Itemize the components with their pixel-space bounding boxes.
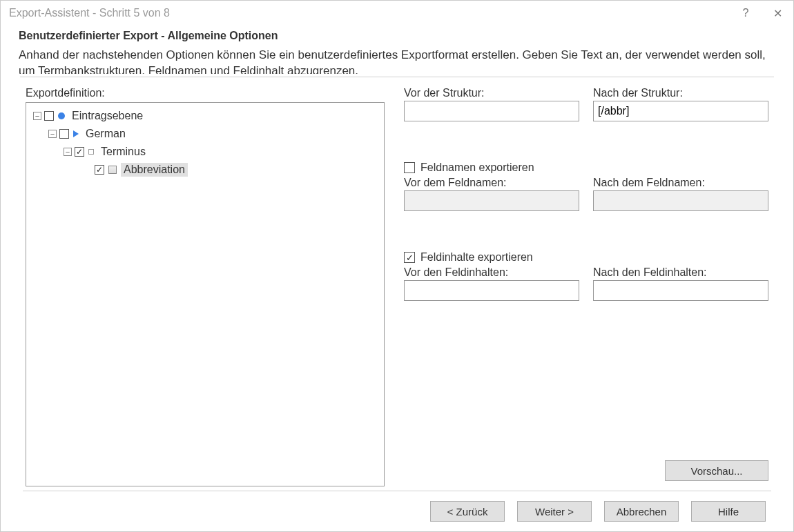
expander-icon[interactable]: − [33,112,41,120]
triangle-icon [73,130,79,137]
before-fieldname-input [404,190,579,211]
export-fieldnames-label: Feldnamen exportieren [420,161,534,174]
after-structure-input[interactable] [593,101,768,121]
tree-node-label: Abbreviation [121,163,188,177]
after-fieldname-label: Nach dem Feldnamen: [593,177,768,189]
before-fieldname-label: Vor dem Feldnamen: [404,177,579,189]
divider [20,77,774,77]
checkbox[interactable] [404,252,415,263]
preview-button[interactable]: Vorschau... [665,460,768,481]
tree-node-entry-level[interactable]: − Eintragsebene [29,107,381,125]
export-fieldnames-checkbox-row[interactable]: Feldnamen exportieren [404,161,768,174]
preview-row: Vorschau... [404,460,768,486]
after-structure-col: Nach der Struktur: [593,87,768,121]
window-title: Export-Assistent - Schritt 5 von 8 [9,7,170,19]
content-area: Benutzerdefinierter Export - Allgemeine … [1,26,793,531]
tree-node-german[interactable]: − German [29,125,381,143]
checkbox[interactable] [95,165,104,175]
export-fieldvalues-checkbox-row[interactable]: Feldinhalte exportieren [404,251,768,264]
structure-row: Vor der Struktur: Nach der Struktur: [404,87,768,121]
after-fieldvalue-input[interactable] [593,280,768,301]
fieldnames-row: Vor dem Feldnamen: Nach dem Feldnamen: [404,177,768,211]
section-description: Anhand der nachstehenden Optionen können… [19,48,771,74]
next-button[interactable]: Weiter > [517,501,592,522]
tree-node-label: Terminus [98,145,148,159]
spacer [404,144,768,161]
back-button[interactable]: < Zurück [430,501,505,522]
before-fieldvalue-col: Vor den Feldinhalten: [404,266,579,301]
before-fieldvalue-label: Vor den Feldinhalten: [404,266,579,279]
titlebar: Export-Assistent - Schritt 5 von 8 ? ✕ [1,1,793,26]
right-panel: Vor der Struktur: Nach der Struktur: Fel… [404,87,768,486]
before-structure-input[interactable] [404,101,579,121]
field-icon [108,166,117,174]
tree-label: Exportdefinition: [26,87,385,99]
cancel-button[interactable]: Abbrechen [604,501,679,522]
tree-node-label: German [83,127,128,141]
before-fieldvalue-input[interactable] [404,280,579,301]
tree-node-abbreviation[interactable]: Abbreviation [29,161,381,179]
after-fieldname-input [593,190,768,211]
checkbox[interactable] [59,129,69,139]
export-definition-tree[interactable]: − Eintragsebene − German − [26,102,385,486]
circle-icon [58,112,65,119]
before-fieldname-col: Vor dem Feldnamen: [404,177,579,211]
expander-icon[interactable]: − [48,130,57,138]
export-fieldvalues-label: Feldinhalte exportieren [420,251,533,264]
square-icon [88,149,94,155]
checkbox[interactable] [75,147,84,157]
after-fieldvalue-label: Nach den Feldinhalten: [593,266,768,279]
close-icon[interactable]: ✕ [762,1,793,26]
footer-buttons: < Zurück Weiter > Abbrechen Hilfe [12,491,782,531]
after-structure-label: Nach der Struktur: [593,87,768,99]
checkbox[interactable] [44,111,54,121]
left-panel: Exportdefinition: − Eintragsebene − Germ… [26,87,385,486]
titlebar-controls: ? ✕ [730,1,793,26]
tree-node-terminus[interactable]: − Terminus [29,143,381,161]
main-panel: Exportdefinition: − Eintragsebene − Germ… [12,87,782,486]
checkbox[interactable] [404,162,415,173]
section-title: Benutzerdefinierter Export - Allgemeine … [19,30,782,42]
fieldvalues-row: Vor den Feldinhalten: Nach den Feldinhal… [404,266,768,301]
spacer [404,233,768,251]
help-icon[interactable]: ? [730,1,762,26]
after-fieldname-col: Nach dem Feldnamen: [593,177,768,211]
before-structure-label: Vor der Struktur: [404,87,579,99]
help-button[interactable]: Hilfe [691,501,766,522]
export-wizard-window: Export-Assistent - Schritt 5 von 8 ? ✕ B… [0,0,794,532]
before-structure-col: Vor der Struktur: [404,87,579,121]
after-fieldvalue-col: Nach den Feldinhalten: [593,266,768,301]
tree-node-label: Eintragsebene [69,109,146,123]
expander-icon[interactable]: − [64,148,72,156]
